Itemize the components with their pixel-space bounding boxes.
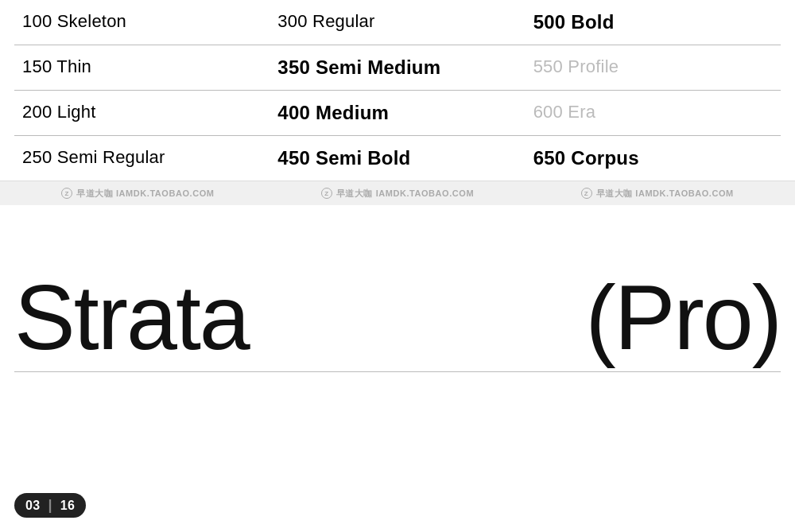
footer: 03 | 16 [14,493,86,518]
large-text-pro-cell: (Pro) [525,213,781,372]
weight-cell-150-thin: 150 Thin [14,45,270,91]
watermark-icon-3: Z [581,188,592,199]
watermark-item-1: Z 早道大咖 IAMDK.TAOBAO.COM [61,188,214,200]
large-text-section: Strata (Pro) [0,205,795,372]
weight-cell-250-semi-regular: 250 Semi Regular [14,136,270,181]
watermark-item-3: Z 早道大咖 IAMDK.TAOBAO.COM [581,188,734,200]
weight-cell-650-corpus: 650 Corpus [525,136,781,181]
total-pages: 16 [60,499,75,513]
weight-cell-550-profile: 550 Profile [525,45,781,91]
weight-cell-600-era: 600 Era [525,91,781,136]
weight-cell-450-semi-bold: 450 Semi Bold [270,136,525,181]
large-pro-text: (Pro) [525,272,781,363]
weight-grid: 100 Skeleton 300 Regular 500 Bold 150 Th… [0,0,795,181]
large-text-strata-cell: Strata [14,213,270,372]
large-text-middle-cell [270,213,525,372]
page-divider: | [48,497,52,514]
weight-cell-300-regular: 300 Regular [270,0,525,45]
weight-cell-350-semi-medium: 350 Semi Medium [270,45,525,91]
page-badge: 03 | 16 [14,493,86,518]
weight-cell-100-skeleton: 100 Skeleton [14,0,270,45]
large-strata-text: Strata [14,272,270,363]
watermark-item-2: Z 早道大咖 IAMDK.TAOBAO.COM [321,188,474,200]
current-page: 03 [25,499,40,513]
watermark-icon-1: Z [61,188,72,199]
watermark-icon-2: Z [321,188,332,199]
watermark-bar: Z 早道大咖 IAMDK.TAOBAO.COM Z 早道大咖 IAMDK.TAO… [0,181,795,205]
weight-cell-500-bold: 500 Bold [525,0,781,45]
weight-cell-200-light: 200 Light [14,91,270,136]
weight-cell-400-medium: 400 Medium [270,91,525,136]
